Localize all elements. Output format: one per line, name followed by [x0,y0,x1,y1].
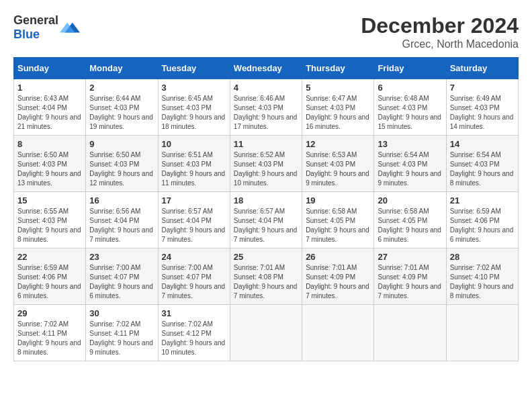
day-info: Sunrise: 6:50 AM Sunset: 4:03 PM Dayligh… [89,151,153,187]
day-info: Sunrise: 6:55 AM Sunset: 4:03 PM Dayligh… [17,208,81,243]
calendar-cell [446,305,518,361]
day-info: Sunrise: 7:01 AM Sunset: 4:09 PM Dayligh… [378,264,441,300]
day-number: 10 [162,139,226,149]
calendar-cell: 13 Sunrise: 6:54 AM Sunset: 4:03 PM Dayl… [374,136,446,192]
calendar-cell: 27 Sunrise: 7:01 AM Sunset: 4:09 PM Dayl… [374,248,446,305]
day-number: 13 [378,139,442,149]
day-number: 14 [450,139,515,149]
day-info: Sunrise: 6:56 AM Sunset: 4:04 PM Dayligh… [89,208,153,243]
day-number: 25 [234,252,298,262]
calendar-cell: 20 Sunrise: 6:58 AM Sunset: 4:05 PM Dayl… [374,192,446,248]
day-info: Sunrise: 6:58 AM Sunset: 4:05 PM Dayligh… [306,208,369,243]
calendar-cell: 26 Sunrise: 7:01 AM Sunset: 4:09 PM Dayl… [302,248,374,305]
day-info: Sunrise: 6:59 AM Sunset: 4:06 PM Dayligh… [450,208,514,243]
day-info: Sunrise: 7:02 AM Sunset: 4:11 PM Dayligh… [17,320,81,356]
calendar-cell: 18 Sunrise: 6:57 AM Sunset: 4:04 PM Dayl… [230,192,302,248]
calendar-cell: 29 Sunrise: 7:02 AM Sunset: 4:11 PM Dayl… [14,305,86,361]
calendar-week-3: 15 Sunrise: 6:55 AM Sunset: 4:03 PM Dayl… [14,192,519,248]
day-number: 22 [17,252,82,262]
calendar-cell: 12 Sunrise: 6:53 AM Sunset: 4:03 PM Dayl… [302,136,374,192]
day-info: Sunrise: 6:49 AM Sunset: 4:03 PM Dayligh… [450,95,514,130]
day-info: Sunrise: 6:50 AM Sunset: 4:03 PM Dayligh… [17,151,81,187]
calendar-cell: 21 Sunrise: 6:59 AM Sunset: 4:06 PM Dayl… [446,192,518,248]
day-number: 31 [162,308,226,318]
calendar-cell: 17 Sunrise: 6:57 AM Sunset: 4:04 PM Dayl… [158,192,230,248]
day-number: 29 [17,308,82,318]
calendar-cell: 5 Sunrise: 6:47 AM Sunset: 4:03 PM Dayli… [302,79,374,136]
calendar-cell: 15 Sunrise: 6:55 AM Sunset: 4:03 PM Dayl… [14,192,86,248]
calendar-cell: 10 Sunrise: 6:51 AM Sunset: 4:03 PM Dayl… [158,136,230,192]
day-info: Sunrise: 6:57 AM Sunset: 4:04 PM Dayligh… [162,208,226,243]
day-number: 1 [17,83,82,93]
column-header-wednesday: Wednesday [230,58,302,79]
calendar-week-2: 8 Sunrise: 6:50 AM Sunset: 4:03 PM Dayli… [14,136,519,192]
calendar-cell: 14 Sunrise: 6:54 AM Sunset: 4:03 PM Dayl… [446,136,518,192]
day-info: Sunrise: 7:01 AM Sunset: 4:08 PM Dayligh… [234,264,298,300]
day-number: 21 [450,195,515,205]
day-number: 8 [17,139,82,149]
day-number: 2 [89,83,154,93]
day-number: 7 [450,83,515,93]
day-number: 28 [450,252,515,262]
day-info: Sunrise: 6:58 AM Sunset: 4:05 PM Dayligh… [378,208,441,243]
day-info: Sunrise: 6:54 AM Sunset: 4:03 PM Dayligh… [450,151,514,187]
day-number: 23 [89,252,154,262]
day-number: 20 [378,195,442,205]
day-number: 27 [378,252,442,262]
day-number: 12 [306,139,370,149]
day-info: Sunrise: 6:47 AM Sunset: 4:03 PM Dayligh… [306,95,369,130]
day-info: Sunrise: 6:57 AM Sunset: 4:04 PM Dayligh… [234,208,298,243]
day-number: 5 [306,83,370,93]
column-header-tuesday: Tuesday [158,58,230,79]
calendar-cell: 16 Sunrise: 6:56 AM Sunset: 4:04 PM Dayl… [86,192,158,248]
day-info: Sunrise: 6:44 AM Sunset: 4:03 PM Dayligh… [89,95,153,130]
calendar-week-4: 22 Sunrise: 6:59 AM Sunset: 4:06 PM Dayl… [14,248,519,305]
column-header-sunday: Sunday [14,58,86,79]
logo-icon [60,17,80,38]
day-info: Sunrise: 7:00 AM Sunset: 4:07 PM Dayligh… [89,264,153,300]
calendar-cell: 19 Sunrise: 6:58 AM Sunset: 4:05 PM Dayl… [302,192,374,248]
calendar-cell: 24 Sunrise: 7:00 AM Sunset: 4:07 PM Dayl… [158,248,230,305]
day-info: Sunrise: 7:02 AM Sunset: 4:10 PM Dayligh… [450,264,514,300]
day-number: 16 [89,195,154,205]
title-area: December 2024 Grcec, North Macedonia [361,13,519,50]
column-header-friday: Friday [374,58,446,79]
calendar-week-1: 1 Sunrise: 6:43 AM Sunset: 4:04 PM Dayli… [14,79,519,136]
day-number: 6 [378,83,442,93]
column-header-monday: Monday [86,58,158,79]
day-number: 11 [234,139,298,149]
calendar-cell: 28 Sunrise: 7:02 AM Sunset: 4:10 PM Dayl… [446,248,518,305]
logo-general: General [13,13,58,27]
day-info: Sunrise: 6:51 AM Sunset: 4:03 PM Dayligh… [162,151,226,187]
day-info: Sunrise: 6:59 AM Sunset: 4:06 PM Dayligh… [17,264,81,300]
calendar-cell: 3 Sunrise: 6:45 AM Sunset: 4:03 PM Dayli… [158,79,230,136]
calendar-cell: 30 Sunrise: 7:02 AM Sunset: 4:11 PM Dayl… [86,305,158,361]
calendar-cell: 4 Sunrise: 6:46 AM Sunset: 4:03 PM Dayli… [230,79,302,136]
day-number: 24 [162,252,226,262]
calendar-week-5: 29 Sunrise: 7:02 AM Sunset: 4:11 PM Dayl… [14,305,519,361]
calendar-cell: 22 Sunrise: 6:59 AM Sunset: 4:06 PM Dayl… [14,248,86,305]
day-number: 3 [162,83,226,93]
calendar-cell: 25 Sunrise: 7:01 AM Sunset: 4:08 PM Dayl… [230,248,302,305]
day-number: 30 [89,308,154,318]
day-number: 18 [234,195,298,205]
day-info: Sunrise: 6:48 AM Sunset: 4:03 PM Dayligh… [378,95,441,130]
day-info: Sunrise: 7:02 AM Sunset: 4:11 PM Dayligh… [89,320,153,356]
calendar-cell: 11 Sunrise: 6:52 AM Sunset: 4:03 PM Dayl… [230,136,302,192]
calendar-cell [374,305,446,361]
day-number: 26 [306,252,370,262]
day-info: Sunrise: 7:00 AM Sunset: 4:07 PM Dayligh… [162,264,226,300]
calendar-cell: 9 Sunrise: 6:50 AM Sunset: 4:03 PM Dayli… [86,136,158,192]
column-header-saturday: Saturday [446,58,518,79]
day-number: 4 [234,83,298,93]
subtitle: Grcec, North Macedonia [361,38,519,50]
calendar-cell: 31 Sunrise: 7:02 AM Sunset: 4:12 PM Dayl… [158,305,230,361]
calendar-cell [230,305,302,361]
calendar-header: SundayMondayTuesdayWednesdayThursdayFrid… [14,58,519,79]
day-number: 17 [162,195,226,205]
logo: General Blue [13,13,80,42]
day-info: Sunrise: 6:46 AM Sunset: 4:03 PM Dayligh… [234,95,298,130]
main-title: December 2024 [361,13,519,38]
day-info: Sunrise: 6:43 AM Sunset: 4:04 PM Dayligh… [17,95,81,130]
day-info: Sunrise: 6:53 AM Sunset: 4:03 PM Dayligh… [306,151,369,187]
